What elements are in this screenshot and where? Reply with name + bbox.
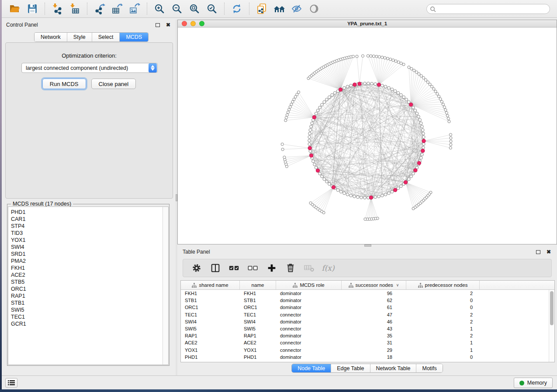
graph-satellite-node[interactable] bbox=[443, 106, 446, 108]
table-row[interactable]: SWI4SWI4dominator462 bbox=[181, 318, 549, 325]
hide-panels-button[interactable] bbox=[289, 2, 304, 16]
graph-node[interactable] bbox=[316, 109, 319, 112]
zoom-selected-button[interactable] bbox=[204, 2, 219, 16]
graph-satellite-node[interactable] bbox=[413, 69, 415, 72]
graph-node[interactable] bbox=[315, 166, 318, 169]
graph-satellite-node[interactable] bbox=[286, 113, 288, 116]
tab-edge-table[interactable]: Edge Table bbox=[331, 364, 370, 372]
graph-hub-node[interactable] bbox=[339, 88, 342, 91]
run-mcds-button[interactable]: Run MCDS bbox=[42, 79, 86, 89]
table-row[interactable]: RAP1RAP1dominator352 bbox=[181, 332, 549, 339]
open-file-button[interactable] bbox=[7, 2, 22, 16]
mcds-result-item[interactable]: CAR1 bbox=[11, 216, 163, 223]
mcds-result-item[interactable]: STB5 bbox=[11, 279, 163, 285]
graph-node[interactable] bbox=[394, 89, 397, 93]
graph-node[interactable] bbox=[328, 96, 331, 99]
graph-node[interactable] bbox=[391, 88, 394, 91]
graph-node[interactable] bbox=[325, 98, 329, 101]
mcds-result-item[interactable]: RAP1 bbox=[11, 292, 163, 299]
graph-satellite-node[interactable] bbox=[381, 56, 384, 58]
graph-node[interactable] bbox=[420, 122, 423, 125]
graph-node[interactable] bbox=[400, 93, 403, 96]
graph-node[interactable] bbox=[313, 163, 316, 166]
tab-motifs[interactable]: Motifs bbox=[416, 364, 442, 372]
graph-node[interactable] bbox=[422, 146, 425, 149]
duplicate-network-button[interactable] bbox=[254, 2, 269, 16]
graph-node[interactable] bbox=[309, 150, 312, 153]
graph-satellite-node[interactable] bbox=[431, 85, 433, 88]
graph-hub-node[interactable] bbox=[409, 103, 413, 107]
graph-satellite-node[interactable] bbox=[291, 100, 294, 103]
graph-node[interactable] bbox=[387, 192, 391, 195]
mcds-result-item[interactable]: SWI5 bbox=[11, 306, 163, 313]
graph-node[interactable] bbox=[397, 92, 400, 95]
table-row[interactable]: STB1STB1dominator620 bbox=[181, 297, 549, 304]
graph-satellite-node[interactable] bbox=[285, 116, 287, 119]
network-overview-button[interactable] bbox=[272, 2, 287, 16]
graph-node[interactable] bbox=[309, 129, 312, 132]
mcds-result-item[interactable]: TEC1 bbox=[11, 313, 163, 320]
graph-node[interactable] bbox=[370, 82, 374, 85]
mcds-list-scrollbar[interactable] bbox=[163, 207, 168, 364]
search-input[interactable] bbox=[436, 4, 550, 14]
save-session-button[interactable] bbox=[25, 2, 40, 16]
graph-node[interactable] bbox=[343, 192, 346, 195]
graph-node[interactable] bbox=[339, 190, 343, 193]
graph-node[interactable] bbox=[343, 86, 346, 89]
graph-node[interactable] bbox=[346, 85, 349, 88]
graph-node[interactable] bbox=[310, 125, 313, 128]
graph-satellite-node[interactable] bbox=[397, 61, 400, 63]
mcds-result-item[interactable]: SWI4 bbox=[11, 244, 163, 251]
graph-satellite-node[interactable] bbox=[384, 57, 386, 59]
graph-node[interactable] bbox=[374, 83, 377, 86]
graph-node[interactable] bbox=[336, 189, 339, 192]
graph-node[interactable] bbox=[308, 132, 311, 135]
table-row[interactable]: FKH1FKH1dominator962 bbox=[181, 290, 549, 297]
graph-hub-node[interactable] bbox=[394, 188, 397, 192]
tab-select[interactable]: Select bbox=[92, 33, 120, 41]
tab-mcds[interactable]: MCDS bbox=[120, 33, 148, 41]
close-table-panel-button[interactable]: ✖ bbox=[546, 248, 552, 255]
graph-satellite-node[interactable] bbox=[283, 156, 286, 158]
close-panel-button-mcds[interactable]: Close panel bbox=[91, 79, 136, 89]
graph-node[interactable] bbox=[321, 175, 324, 178]
graph-hub-node[interactable] bbox=[308, 146, 311, 150]
graph-satellite-node[interactable] bbox=[389, 58, 392, 61]
graph-node[interactable] bbox=[325, 180, 329, 183]
graph-satellite-node[interactable] bbox=[392, 59, 394, 62]
graph-node[interactable] bbox=[408, 178, 411, 181]
table-scrollbar-thumb[interactable] bbox=[550, 291, 554, 325]
graph-node[interactable] bbox=[323, 100, 326, 103]
graph-satellite-node[interactable] bbox=[281, 143, 284, 145]
graph-node[interactable] bbox=[333, 92, 336, 95]
graph-node[interactable] bbox=[349, 194, 353, 197]
graph-satellite-node[interactable] bbox=[370, 55, 372, 57]
graph-satellite-node[interactable] bbox=[412, 207, 415, 210]
graph-satellite-node[interactable] bbox=[449, 147, 452, 149]
refresh-view-button[interactable] bbox=[229, 2, 244, 16]
graph-node[interactable] bbox=[421, 125, 424, 128]
graph-node[interactable] bbox=[410, 175, 413, 178]
show-columns-button[interactable] bbox=[208, 261, 223, 275]
graph-satellite-node[interactable] bbox=[442, 103, 444, 106]
graph-node[interactable] bbox=[363, 82, 367, 85]
network-graph[interactable] bbox=[178, 28, 557, 244]
graph-node[interactable] bbox=[420, 156, 423, 159]
maximize-window-button[interactable] bbox=[199, 21, 204, 26]
graph-satellite-node[interactable] bbox=[426, 81, 429, 83]
graph-satellite-node[interactable] bbox=[420, 75, 422, 77]
graph-satellite-node[interactable] bbox=[290, 103, 293, 106]
show-panels-button[interactable] bbox=[307, 2, 322, 16]
close-window-button[interactable] bbox=[182, 21, 187, 26]
graph-satellite-node[interactable] bbox=[415, 71, 418, 73]
graph-satellite-node[interactable] bbox=[432, 88, 435, 90]
graph-node[interactable] bbox=[402, 96, 405, 99]
graph-node[interactable] bbox=[397, 187, 400, 190]
table-row[interactable]: SWI5SWI5connector431 bbox=[181, 325, 549, 332]
graph-node[interactable] bbox=[318, 106, 322, 109]
graph-node[interactable] bbox=[353, 195, 356, 198]
graph-satellite-node[interactable] bbox=[444, 109, 447, 111]
graph-node[interactable] bbox=[422, 143, 426, 146]
graph-node[interactable] bbox=[349, 84, 353, 87]
graph-satellite-node[interactable] bbox=[309, 202, 312, 204]
